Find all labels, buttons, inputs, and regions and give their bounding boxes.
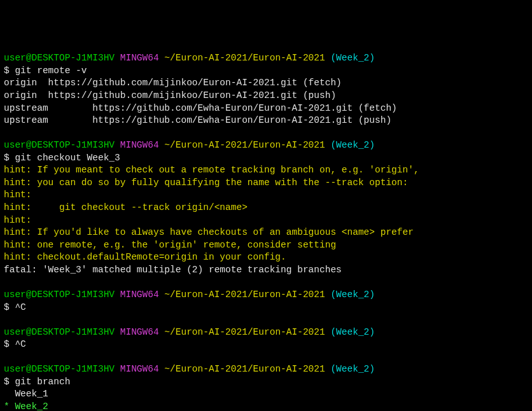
command-line[interactable]: $ git checkout Week_3 bbox=[4, 152, 528, 165]
prompt-branch: (Week_2) bbox=[330, 327, 375, 337]
command-line[interactable]: $ git remote -v bbox=[4, 65, 528, 78]
output-line: origin https://github.com/mijinkoo/Euron… bbox=[4, 90, 528, 102]
prompt-line: user@DESKTOP-J1MI3HV MINGW64 ~/Euron-AI-… bbox=[4, 289, 528, 302]
prompt-user: user@DESKTOP-J1MI3HV bbox=[4, 327, 115, 337]
prompt-env: MINGW64 bbox=[120, 53, 159, 63]
hint-line: hint: bbox=[4, 189, 528, 202]
hint-line: hint: If you'd like to always have check… bbox=[4, 226, 528, 239]
hint-line: hint: bbox=[4, 214, 528, 227]
prompt-path: ~/Euron-AI-2021/Euron-AI-2021 bbox=[164, 327, 325, 337]
prompt-line: user@DESKTOP-J1MI3HV MINGW64 ~/Euron-AI-… bbox=[4, 52, 528, 65]
prompt-user: user@DESKTOP-J1MI3HV bbox=[4, 53, 115, 63]
hint-line: hint: git checkout --track origin/<name> bbox=[4, 202, 528, 214]
prompt-env: MINGW64 bbox=[120, 140, 159, 150]
prompt-user: user@DESKTOP-J1MI3HV bbox=[4, 140, 115, 150]
hint-line: hint: If you meant to check out a remote… bbox=[4, 164, 528, 177]
prompt-env: MINGW64 bbox=[120, 327, 159, 337]
branch-line-current: * Week_2 bbox=[4, 401, 528, 411]
prompt-path: ~/Euron-AI-2021/Euron-AI-2021 bbox=[164, 140, 325, 150]
prompt-user: user@DESKTOP-J1MI3HV bbox=[4, 364, 115, 374]
prompt-env: MINGW64 bbox=[120, 289, 159, 300]
prompt-path: ~/Euron-AI-2021/Euron-AI-2021 bbox=[164, 364, 325, 374]
prompt-line: user@DESKTOP-J1MI3HV MINGW64 ~/Euron-AI-… bbox=[4, 363, 528, 376]
prompt-branch: (Week_2) bbox=[330, 140, 375, 150]
hint-line: hint: checkout.defaultRemote=origin in y… bbox=[4, 251, 528, 264]
command-line[interactable]: $ git branch bbox=[4, 376, 528, 389]
hint-line: hint: you can do so by fully qualifying … bbox=[4, 177, 528, 190]
output-line: upstream https://github.com/Ewha-Euron/E… bbox=[4, 115, 528, 127]
prompt-line: user@DESKTOP-J1MI3HV MINGW64 ~/Euron-AI-… bbox=[4, 326, 528, 339]
branch-line: Week_1 bbox=[4, 388, 528, 401]
prompt-branch: (Week_2) bbox=[330, 364, 375, 374]
terminal-window[interactable]: user@DESKTOP-J1MI3HV MINGW64 ~/Euron-AI-… bbox=[4, 52, 528, 411]
prompt-path: ~/Euron-AI-2021/Euron-AI-2021 bbox=[164, 53, 325, 63]
command-line[interactable]: $ ^C bbox=[4, 302, 528, 314]
prompt-branch: (Week_2) bbox=[330, 289, 375, 300]
prompt-line: user@DESKTOP-J1MI3HV MINGW64 ~/Euron-AI-… bbox=[4, 139, 528, 152]
fatal-line: fatal: 'Week_3' matched multiple (2) rem… bbox=[4, 264, 528, 277]
prompt-path: ~/Euron-AI-2021/Euron-AI-2021 bbox=[164, 289, 325, 300]
output-line: upstream https://github.com/Ewha-Euron/E… bbox=[4, 102, 528, 115]
command-line[interactable]: $ ^C bbox=[4, 338, 528, 351]
output-line: origin https://github.com/mijinkoo/Euron… bbox=[4, 77, 528, 90]
prompt-env: MINGW64 bbox=[120, 364, 159, 374]
prompt-branch: (Week_2) bbox=[330, 53, 375, 63]
hint-line: hint: one remote, e.g. the 'origin' remo… bbox=[4, 239, 528, 252]
prompt-user: user@DESKTOP-J1MI3HV bbox=[4, 289, 115, 300]
